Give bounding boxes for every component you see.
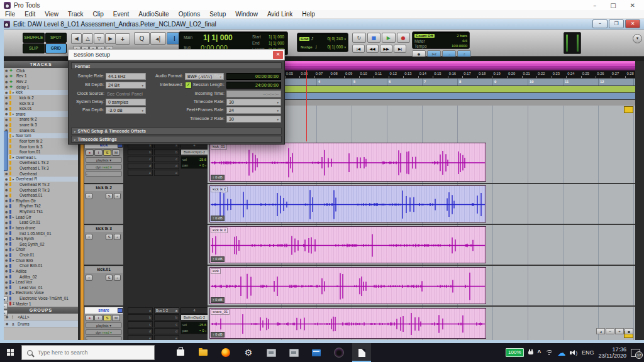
- menu-window[interactable]: Window: [235, 11, 258, 18]
- solo-button[interactable]: S: [103, 315, 111, 321]
- sends-slot-e[interactable]: e: [154, 170, 179, 176]
- playlist-button[interactable]: ▫: [86, 275, 92, 281]
- go-to-end-button[interactable]: ▶|: [394, 45, 406, 53]
- groups-header[interactable]: GROUPS: [4, 307, 78, 314]
- mode-slip[interactable]: SLIP: [23, 43, 45, 53]
- dialog-titlebar[interactable]: Session Setup ✕: [68, 49, 285, 60]
- read-mode[interactable]: read ▾: [103, 165, 112, 169]
- count-off-label[interactable]: Count Off: [414, 34, 435, 38]
- inserts-slot-b[interactable]: b: [128, 149, 153, 155]
- sends-slot-b[interactable]: b: [154, 149, 179, 155]
- track-list-item-floor-tom-01[interactable]: ●floor tom.01: [4, 149, 78, 155]
- track-list-item-overhead-r-tk-2[interactable]: ●Overhead R Tk 2: [4, 182, 78, 187]
- mute-button[interactable]: M: [112, 315, 120, 321]
- track-list-item-rhythm-tk2[interactable]: ●Rhythm Tk2: [4, 204, 78, 209]
- track-lane-1[interactable]: kick_01↑ 0 dB: [208, 141, 635, 183]
- track-lane-5[interactable]: snare_01↑ 0 dB: [208, 307, 635, 340]
- track-list-item-delay-1[interactable]: ●✚delay 1: [4, 84, 78, 90]
- taskbar-app-firefox[interactable]: [216, 343, 235, 362]
- track-list-item-lead-gtr-01[interactable]: ●Lead Gtr.01: [4, 220, 78, 226]
- track-list-item-snare-01[interactable]: ●snare.01: [4, 128, 78, 133]
- fast-forward-button[interactable]: ▶▶: [380, 45, 392, 53]
- grid-value[interactable]: 0| 0| 240: [327, 36, 343, 41]
- track-list-item-choir-big-01[interactable]: ●Choir BIG.01: [4, 263, 78, 269]
- grid-dropdown-icon[interactable]: ▾: [344, 37, 346, 41]
- menu-audiosuite[interactable]: AudioSuite: [138, 11, 169, 18]
- track-list-item-rev-1[interactable]: ●✚Rev 1: [4, 74, 78, 79]
- track-list-item-snare-tk-3[interactable]: ●snare tk 3: [4, 122, 78, 128]
- track-list-item-overhead-r-tk-3[interactable]: ●Overhead R Tk 3: [4, 187, 78, 193]
- track-list-item-snare-tk-2[interactable]: ●snare tk 2: [4, 117, 78, 123]
- track-list-item-adlibs[interactable]: ●▸Adlibs: [4, 268, 78, 274]
- edit-window-titlebar[interactable]: Edit: DAW Level 8_LO1 Assessment_Andras.…: [0, 19, 644, 30]
- dialog-close-icon[interactable]: ✕: [273, 51, 283, 59]
- menu-avid-link[interactable]: Avid Link: [267, 11, 292, 18]
- solo-button[interactable]: S: [106, 275, 113, 281]
- inserts-slot-a[interactable]: a: [128, 307, 153, 314]
- menu-edit[interactable]: Edit: [25, 11, 35, 18]
- nudge-value[interactable]: 0| 1| 000: [327, 45, 343, 49]
- track-name-button[interactable]: snare: [85, 307, 123, 314]
- start-value[interactable]: 1| 1| 000: [269, 35, 284, 39]
- search-input[interactable]: [36, 349, 140, 356]
- track-list-item-kick[interactable]: ●▸kick: [4, 90, 78, 96]
- zoom-toggle-button[interactable]: +: [115, 33, 130, 45]
- vol-value[interactable]: -25.6: [198, 322, 206, 328]
- input-path-selector[interactable]: 4: [180, 307, 208, 314]
- audio-clip-kick[interactable]: kick↑ 0 dB: [209, 267, 486, 304]
- inserts-slot-e[interactable]: e: [128, 170, 153, 176]
- mode-spot[interactable]: SPOT: [45, 33, 67, 43]
- stop-button[interactable]: ■: [367, 33, 381, 43]
- pan-value[interactable]: ‣ 0 ‹: [199, 328, 206, 334]
- taskbar-app-card[interactable]: [307, 343, 326, 362]
- timecode-rate-select[interactable]: 30▾: [226, 99, 281, 106]
- playhead[interactable]: [306, 70, 307, 141]
- sends-slot-a[interactable]: Bus 1-2a: [154, 307, 179, 314]
- track-list-item-electronic-voice-tmshft-01[interactable]: ●Electronic Voice-TmShft_01: [4, 295, 78, 301]
- sends-slot-d[interactable]: d: [154, 328, 179, 334]
- taskbar-app-protools[interactable]: [330, 343, 348, 362]
- inserts-slot-b[interactable]: b: [128, 314, 153, 321]
- input-monitor-button[interactable]: I: [94, 315, 103, 321]
- track-lane-3[interactable]: kick tk 3↑ 0 dB: [208, 225, 635, 265]
- menu-view[interactable]: View: [45, 11, 58, 18]
- playlist-button[interactable]: ▫: [86, 193, 92, 199]
- automation-mode[interactable]: dyn read ▾: [86, 164, 122, 170]
- track-list-item-lead-vox-01[interactable]: ●Lead Vox_01: [4, 285, 78, 290]
- menu-setup[interactable]: Setup: [209, 11, 226, 18]
- sends-slot-c[interactable]: c: [154, 156, 179, 162]
- taskbar-app-document[interactable]: [352, 343, 371, 362]
- grid-indicator-icon[interactable]: [624, 106, 633, 113]
- track-lane-4[interactable]: kick↑ 0 dB: [208, 266, 635, 305]
- minimize-icon[interactable]: –: [593, 2, 596, 9]
- group-item-all[interactable]: ●!<ALL>: [4, 314, 78, 321]
- clock[interactable]: 17:36 23/11/2020: [599, 346, 626, 359]
- audio-clip-kick-tk-3[interactable]: kick tk 3↑ 0 dB: [209, 226, 486, 263]
- onedrive-icon[interactable]: ☁: [557, 348, 565, 358]
- audio-clip-snare-01[interactable]: snare_01↑ 0 dB: [209, 308, 486, 339]
- end-value[interactable]: 1| 1| 000: [269, 41, 284, 45]
- session-start-value[interactable]: 00:00:00:00: [226, 73, 281, 80]
- menu-event[interactable]: Event: [113, 11, 130, 18]
- track-name-button[interactable]: kick tk 3: [85, 226, 123, 232]
- scroll-left-icon[interactable]: ◂: [596, 328, 605, 334]
- track-list-item-lead-vox[interactable]: ●▸Lead Vox: [4, 279, 78, 285]
- grid-nudge-panel[interactable]: Grid ♪ 0| 0| 240 ▾ Nudge ♩ 0| 1| 000 ▾: [297, 33, 348, 52]
- zoom-left-icon[interactable]: ◀: [71, 33, 82, 44]
- track-list-item-choir-big[interactable]: ●▸Choir BIG: [4, 258, 78, 263]
- track-list-item-master-1[interactable]: ●ΣMaster 1: [4, 301, 78, 307]
- group-item-drums[interactable]: ●aDrums: [4, 321, 78, 327]
- tempo-label[interactable]: Tempo: [414, 44, 427, 48]
- track-list-item-choir-01[interactable]: ●Choir.01: [4, 252, 78, 258]
- record-enable-button[interactable]: ●: [86, 150, 94, 156]
- track-list-item-overhead-l-tk-2[interactable]: ●Overhead L Tk 2: [4, 160, 78, 166]
- tracks-header[interactable]: TRACKS: [4, 61, 78, 68]
- hzoom-out-icon[interactable]: –: [606, 328, 614, 334]
- solo-button[interactable]: S: [103, 150, 111, 156]
- read-mode[interactable]: read ▾: [103, 331, 112, 334]
- track-list-item-overhead-r[interactable]: ●▸Overhead R: [4, 177, 78, 182]
- playlist-button[interactable]: ▫: [86, 234, 92, 240]
- track-list-item-overhead-l[interactable]: ●▸Overhead L: [4, 155, 78, 160]
- track-list-item-kick-tk-3[interactable]: ●kick tk 3: [4, 101, 78, 106]
- edit-restore-icon[interactable]: ❐: [609, 19, 624, 28]
